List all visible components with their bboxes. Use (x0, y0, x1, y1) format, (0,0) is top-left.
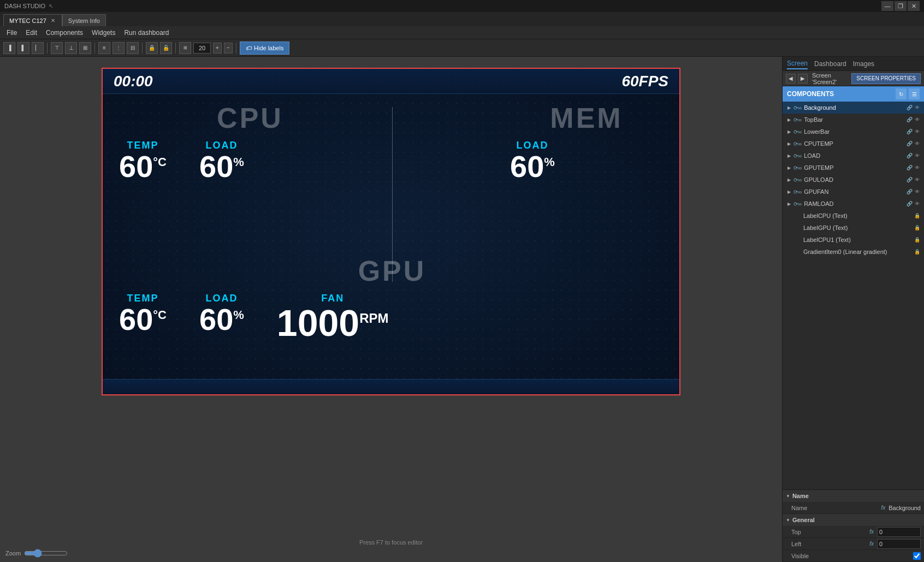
prop-row-left: Left fx (783, 538, 924, 550)
toolbar: ▐ ▌ ▏ ⊤ ⊥ ⊞ ≡ ⋮ ⊟ 🔒 🔓 ⊞ 20 + − 🏷 Hide la… (0, 39, 924, 57)
tab-mytec-close[interactable]: ✕ (50, 17, 56, 24)
toolbar-sep-2 (94, 43, 95, 54)
tree-expand-topbar[interactable]: ▶ (786, 116, 792, 123)
align-row-mid-btn[interactable]: ⋮ (112, 42, 125, 54)
panel-tab-screen[interactable]: Screen (787, 58, 808, 69)
tree-expand-gpuload[interactable]: ▶ (786, 176, 792, 183)
tree-item-labelcpu1[interactable]: ▶ LabelCPU1 (Text) 🔒 (783, 234, 924, 246)
prop-input-left[interactable] (877, 539, 921, 549)
tree-expand-load[interactable]: ▶ (786, 152, 792, 159)
tree-eye-icon-background[interactable]: 👁 (913, 104, 921, 111)
nav-back-btn[interactable]: ◀ (786, 74, 796, 84)
tree-eye-icon-lowerbar[interactable]: 👁 (913, 128, 921, 135)
general-section-expand-icon: ▼ (786, 518, 790, 523)
prop-checkbox-visible[interactable] (913, 552, 921, 560)
tree-item-gpuload[interactable]: ▶ ⟳∞ GPULOAD 🔗 👁 (783, 174, 924, 186)
tab-sysinfo[interactable]: System Info (62, 14, 106, 26)
tree-eye-icon-gpuload[interactable]: 👁 (913, 176, 921, 184)
align-row-bot-btn[interactable]: ⊟ (127, 42, 139, 54)
prop-section-general-header[interactable]: ▼ General (783, 514, 924, 526)
grid-value-input[interactable]: 20 (193, 43, 211, 54)
tree-expand-cputemp[interactable]: ▶ (786, 140, 792, 147)
tab-mytec[interactable]: MYTEC C127 ✕ (3, 14, 62, 26)
tree-item-gradientitem0[interactable]: ▶ GradientItem0 (Linear gradient) 🔒 (783, 246, 924, 258)
zoom-slider[interactable] (24, 549, 68, 558)
tree-eye-icon-gpufan[interactable]: 👁 (913, 188, 921, 196)
prop-input-top[interactable] (877, 527, 921, 537)
tree-item-labelgpu[interactable]: ▶ LabelGPU (Text) 🔒 (783, 222, 924, 234)
tree-expand-background[interactable]: ▶ (786, 104, 792, 111)
mem-load-value: 60% (510, 151, 555, 182)
comp-header-refresh-btn[interactable]: ↻ (896, 88, 907, 99)
tree-label-background: Background (804, 104, 905, 111)
tree-item-gputemp[interactable]: ▶ ⟳∞ GPUTEMP 🔗 👁 (783, 162, 924, 174)
tree-expand-gpufan[interactable]: ▶ (786, 188, 792, 195)
tree-item-load[interactable]: ▶ ⟳∞ LOAD 🔗 👁 (783, 150, 924, 162)
cpu-load-unit: % (233, 155, 244, 169)
prop-section-name-header[interactable]: ▼ Name (783, 490, 924, 502)
gpu-load-metric: LOAD 60% (199, 293, 244, 341)
tree-item-gpufan[interactable]: ▶ ⟳∞ GPUFAN 🔗 👁 (783, 186, 924, 198)
prop-label-left: Left (791, 541, 867, 547)
dist-top-btn[interactable]: ⊤ (51, 42, 63, 54)
tree-expand-gputemp[interactable]: ▶ (786, 164, 792, 171)
tree-item-lowerbar[interactable]: ▶ ⟳∞ LowerBar 🔗 👁 (783, 126, 924, 138)
tree-expand-lowerbar[interactable]: ▶ (786, 128, 792, 135)
tree-link-icon-gputemp: 🔗 (905, 164, 913, 171)
panel-tab-dashboard[interactable]: Dashboard (814, 59, 846, 69)
minimize-button[interactable]: — (881, 1, 893, 11)
lock-btn[interactable]: 🔒 (146, 42, 158, 54)
tree-eye-icon-cputemp[interactable]: 👁 (913, 140, 921, 147)
grid-minus-btn[interactable]: − (224, 43, 233, 54)
grid-plus-btn[interactable]: + (213, 43, 222, 54)
properties-panel: ▼ Name Name fx Background ▼ General Top … (783, 489, 924, 562)
tree-label-labelcpu: LabelCPU (Text) (803, 212, 913, 219)
tree-eye-icon-topbar[interactable]: 👁 (913, 116, 921, 123)
dashboard-canvas[interactable]: 00:00 60FPS CPU TEMP 60°C LOAD (102, 68, 680, 395)
align-row-top-btn[interactable]: ≡ (98, 42, 110, 54)
canvas-fps: 60FPS (621, 73, 668, 90)
toolbar-sep-1 (47, 43, 48, 54)
dist-mid-btn[interactable]: ⊥ (65, 42, 77, 54)
tree-lock-icon-labelgpu: 🔒 (913, 224, 921, 232)
tree-eye-icon-gputemp[interactable]: 👁 (913, 164, 921, 171)
tree-item-topbar[interactable]: ▶ ⟳∞ TopBar 🔗 👁 (783, 114, 924, 126)
title-bar-left: DASH STUDIO ↖ (4, 3, 54, 10)
tree-eye-icon-load[interactable]: 👁 (913, 152, 921, 159)
menu-file[interactable]: File (2, 27, 21, 39)
tree-eye-icon-ramload[interactable]: 👁 (913, 200, 921, 208)
tab-sysinfo-label: System Info (68, 17, 100, 24)
tree-label-gradientitem0: GradientItem0 (Linear gradient) (803, 249, 913, 255)
panel-tab-images[interactable]: Images (853, 59, 874, 69)
menu-components[interactable]: Components (42, 27, 87, 39)
zoom-label: Zoom (5, 550, 21, 557)
tree-lock-icon-labelcpu: 🔒 (913, 212, 921, 220)
close-button[interactable]: ✕ (908, 1, 920, 11)
name-section-expand-icon: ▼ (786, 494, 790, 499)
restore-button[interactable]: ❐ (895, 1, 907, 11)
prop-row-visible: Visible (783, 550, 924, 562)
comp-header-menu-btn[interactable]: ☰ (909, 88, 920, 99)
align-center-btn[interactable]: ▌ (17, 42, 29, 54)
tree-label-labelgpu: LabelGPU (Text) (803, 224, 913, 231)
nav-forward-btn[interactable]: ▶ (798, 74, 808, 84)
component-tree[interactable]: ▶ ⟳∞ Background 🔗 👁 ▶ ⟳∞ TopBar 🔗 👁 ▶ ⟳∞… (783, 102, 924, 489)
screen-properties-btn[interactable]: SCREEN PROPERTIES (851, 73, 921, 84)
tree-item-background[interactable]: ▶ ⟳∞ Background 🔗 👁 (783, 102, 924, 114)
hide-labels-btn[interactable]: 🏷 Hide labels (240, 42, 289, 55)
canvas-area[interactable]: 00:00 60FPS CPU TEMP 60°C LOAD (0, 57, 782, 562)
tree-item-ramload[interactable]: ▶ ⟳∞ RAMLOAD 🔗 👁 (783, 198, 924, 210)
tree-item-cputemp[interactable]: ▶ ⟳∞ CPUTEMP 🔗 👁 (783, 138, 924, 150)
unlock-btn[interactable]: 🔓 (160, 42, 172, 54)
menu-edit[interactable]: Edit (21, 27, 42, 39)
tree-item-labelcpu[interactable]: ▶ LabelCPU (Text) 🔒 (783, 210, 924, 222)
dist-bot-btn[interactable]: ⊞ (79, 42, 91, 54)
align-left-btn[interactable]: ▐ (3, 42, 15, 54)
tree-label-topbar: TopBar (804, 116, 905, 123)
menu-run-dashboard[interactable]: Run dashboard (120, 27, 173, 39)
align-right-btn[interactable]: ▏ (32, 42, 44, 54)
grid-btn[interactable]: ⊞ (179, 42, 191, 54)
menu-widgets[interactable]: Widgets (87, 27, 120, 39)
tree-expand-ramload[interactable]: ▶ (786, 200, 792, 207)
gpu-load-unit: % (233, 308, 244, 322)
